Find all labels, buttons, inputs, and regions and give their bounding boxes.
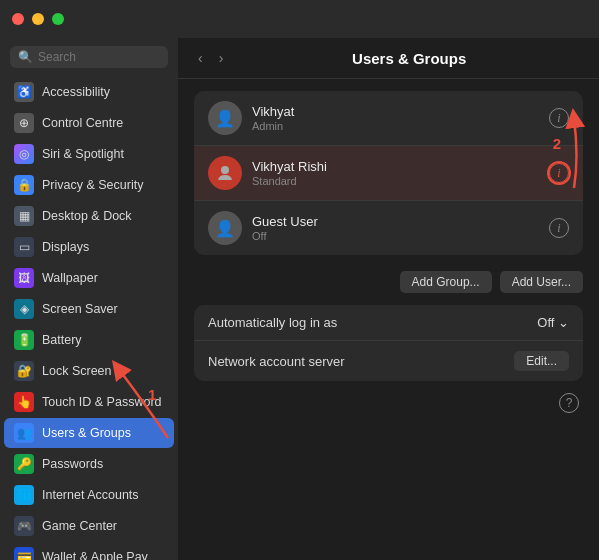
info-button[interactable]: i <box>549 218 569 238</box>
sidebar-item-label-wallet: Wallet & Apple Pay <box>42 550 148 560</box>
gamecenter-icon: 🎮 <box>14 516 34 536</box>
svg-point-0 <box>221 166 229 174</box>
search-box[interactable]: 🔍 <box>10 46 168 68</box>
setting-label: Automatically log in as <box>208 315 537 330</box>
control-icon: ⊕ <box>14 113 34 133</box>
sidebar-item-touchid[interactable]: 👆Touch ID & Password <box>4 387 174 417</box>
sidebar-item-label-wallpaper: Wallpaper <box>42 271 98 285</box>
titlebar <box>0 0 599 38</box>
sidebar-items-container: ♿Accessibility⊕Control Centre◎Siri & Spo… <box>0 76 178 560</box>
sidebar-item-label-battery: Battery <box>42 333 82 347</box>
internet-icon: 🌐 <box>14 485 34 505</box>
sidebar-item-control[interactable]: ⊕Control Centre <box>4 108 174 138</box>
network-account-edit-button[interactable]: Edit... <box>514 351 569 371</box>
back-button[interactable]: ‹ <box>194 48 207 68</box>
sidebar-item-battery[interactable]: 🔋Battery <box>4 325 174 355</box>
sidebar-item-label-gamecenter: Game Center <box>42 519 117 533</box>
sidebar-item-label-touchid: Touch ID & Password <box>42 395 162 409</box>
setting-label: Network account server <box>208 354 514 369</box>
setting-row: Automatically log in asOff ⌄ <box>194 305 583 341</box>
close-button[interactable] <box>12 13 24 25</box>
sidebar: 🔍 ♿Accessibility⊕Control Centre◎Siri & S… <box>0 38 178 560</box>
sidebar-item-users[interactable]: 👥Users & Groups <box>4 418 174 448</box>
sidebar-item-label-lockscreen: Lock Screen <box>42 364 111 378</box>
sidebar-item-wallet[interactable]: 💳Wallet & Apple Pay <box>4 542 174 560</box>
add-group-button[interactable]: Add Group... <box>400 271 492 293</box>
user-role: Admin <box>252 120 539 132</box>
user-role: Off <box>252 230 539 242</box>
sidebar-item-accessibility[interactable]: ♿Accessibility <box>4 77 174 107</box>
passwords-icon: 🔑 <box>14 454 34 474</box>
sidebar-item-gamecenter[interactable]: 🎮Game Center <box>4 511 174 541</box>
setting-value: Off ⌄ <box>537 315 569 330</box>
sidebar-item-label-siri: Siri & Spotlight <box>42 147 124 161</box>
main-layout: 🔍 ♿Accessibility⊕Control Centre◎Siri & S… <box>0 38 599 560</box>
minimize-button[interactable] <box>32 13 44 25</box>
accessibility-icon: ♿ <box>14 82 34 102</box>
desktop-icon: ▦ <box>14 206 34 226</box>
sidebar-item-label-passwords: Passwords <box>42 457 103 471</box>
user-name: Vikhyat <box>252 104 539 119</box>
user-row: Vikhyat RishiStandardi <box>194 146 583 201</box>
search-input[interactable] <box>38 50 160 64</box>
screensaver-icon: ◈ <box>14 299 34 319</box>
page-title: Users & Groups <box>235 50 583 67</box>
help-row: ? <box>178 385 599 421</box>
sidebar-item-label-users: Users & Groups <box>42 426 131 440</box>
touchid-icon: 👆 <box>14 392 34 412</box>
lockscreen-icon: 🔐 <box>14 361 34 381</box>
help-button[interactable]: ? <box>559 393 579 413</box>
sidebar-item-label-control: Control Centre <box>42 116 123 130</box>
sidebar-item-label-desktop: Desktop & Dock <box>42 209 132 223</box>
user-name: Guest User <box>252 214 539 229</box>
sidebar-item-internet[interactable]: 🌐Internet Accounts <box>4 480 174 510</box>
info-button[interactable]: i <box>549 108 569 128</box>
user-role: Standard <box>252 175 539 187</box>
user-row: 👤Guest UserOffi <box>194 201 583 255</box>
setting-row: Network account serverEdit... <box>194 341 583 381</box>
siri-icon: ◎ <box>14 144 34 164</box>
sidebar-item-label-privacy: Privacy & Security <box>42 178 143 192</box>
users-section: 👤VikhyatAdminiVikhyat RishiStandardi👤Gue… <box>194 91 583 255</box>
wallet-icon: 💳 <box>14 547 34 560</box>
sidebar-item-screensaver[interactable]: ◈Screen Saver <box>4 294 174 324</box>
sidebar-item-label-screensaver: Screen Saver <box>42 302 118 316</box>
maximize-button[interactable] <box>52 13 64 25</box>
sidebar-item-label-displays: Displays <box>42 240 89 254</box>
battery-icon: 🔋 <box>14 330 34 350</box>
info-button[interactable]: i <box>549 163 569 183</box>
user-info: Vikhyat RishiStandard <box>252 159 539 187</box>
sidebar-item-displays[interactable]: ▭Displays <box>4 232 174 262</box>
user-info: VikhyatAdmin <box>252 104 539 132</box>
users-icon: 👥 <box>14 423 34 443</box>
forward-button[interactable]: › <box>215 48 228 68</box>
avatar: 👤 <box>208 211 242 245</box>
add-user-button[interactable]: Add User... <box>500 271 583 293</box>
avatar: 👤 <box>208 101 242 135</box>
sidebar-item-privacy[interactable]: 🔒Privacy & Security <box>4 170 174 200</box>
displays-icon: ▭ <box>14 237 34 257</box>
user-name: Vikhyat Rishi <box>252 159 539 174</box>
avatar <box>208 156 242 190</box>
user-info: Guest UserOff <box>252 214 539 242</box>
sidebar-item-lockscreen[interactable]: 🔐Lock Screen <box>4 356 174 386</box>
add-buttons-row: Add Group... Add User... <box>178 263 599 301</box>
content-header: ‹ › Users & Groups <box>178 38 599 79</box>
privacy-icon: 🔒 <box>14 175 34 195</box>
search-icon: 🔍 <box>18 50 33 64</box>
settings-section: Automatically log in asOff ⌄Network acco… <box>194 305 583 381</box>
content-area: ‹ › Users & Groups 👤VikhyatAdminiVikhyat… <box>178 38 599 560</box>
sidebar-item-wallpaper[interactable]: 🖼Wallpaper <box>4 263 174 293</box>
sidebar-item-passwords[interactable]: 🔑Passwords <box>4 449 174 479</box>
wallpaper-icon: 🖼 <box>14 268 34 288</box>
sidebar-item-desktop[interactable]: ▦Desktop & Dock <box>4 201 174 231</box>
user-row: 👤VikhyatAdmini <box>194 91 583 146</box>
sidebar-item-siri[interactable]: ◎Siri & Spotlight <box>4 139 174 169</box>
sidebar-item-label-internet: Internet Accounts <box>42 488 139 502</box>
sidebar-item-label-accessibility: Accessibility <box>42 85 110 99</box>
